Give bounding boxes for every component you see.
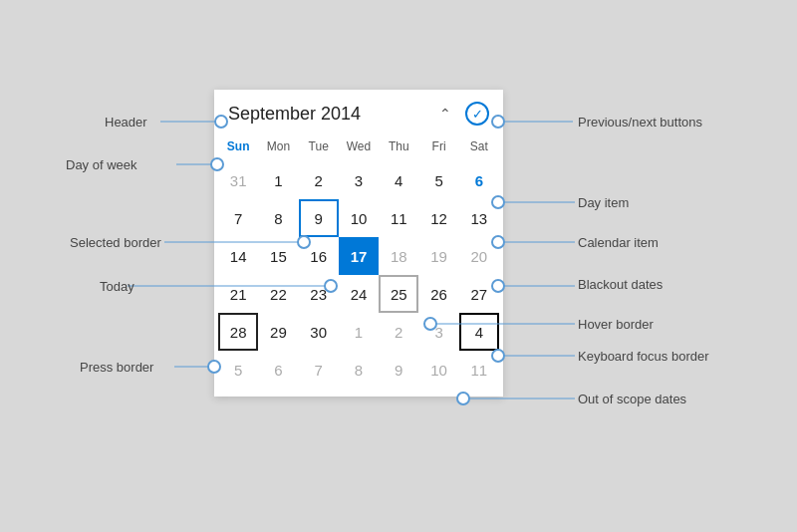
day-2-sep[interactable]: 2 (299, 161, 339, 199)
day-13-sep[interactable]: 13 (459, 199, 499, 237)
day-7-sep[interactable]: 7 (218, 199, 258, 237)
page-wrapper: September 2014 ⌃ ✓ Sun Mon Tue Wed Thu F… (0, 0, 797, 532)
day-21-sep[interactable]: 21 (218, 275, 258, 313)
day-19-sep: 19 (418, 237, 458, 275)
calendar-grid: 31 1 2 3 4 5 6 7 8 9 10 11 12 13 14 15 1… (214, 159, 503, 397)
calendar-container: September 2014 ⌃ ✓ Sun Mon Tue Wed Thu F… (214, 90, 503, 397)
annotation-selected-border: Selected border (70, 235, 161, 250)
day-10-sep[interactable]: 10 (339, 199, 379, 237)
dow-fri: Fri (418, 135, 458, 157)
day-17-sep[interactable]: 17 (339, 237, 379, 275)
annotation-day-item: Day item (578, 195, 629, 210)
day-20-sep: 20 (459, 237, 499, 275)
day-6-sep[interactable]: 6 (459, 161, 499, 199)
annotation-keyboard-focus: Keyboard focus border (578, 349, 709, 364)
calendar-header: September 2014 ⌃ ✓ (214, 90, 503, 133)
day-1-sep[interactable]: 1 (258, 161, 298, 199)
day-11-sep[interactable]: 11 (379, 199, 418, 237)
annotation-out-of-scope: Out of scope dates (578, 392, 686, 406)
annotation-prev-next: Previous/next buttons (578, 115, 702, 130)
day-8-oct[interactable]: 8 (339, 351, 379, 389)
day-18-sep: 18 (379, 237, 418, 275)
day-29-sep[interactable]: 29 (258, 313, 298, 351)
day-5-oct[interactable]: 5 (218, 351, 258, 389)
day-28-sep[interactable]: 28 (218, 313, 258, 351)
day-6-oct[interactable]: 6 (258, 351, 298, 389)
day-9-oct[interactable]: 9 (379, 351, 418, 389)
annotation-header: Header (105, 115, 147, 130)
annotation-blackout: Blackout dates (578, 277, 663, 292)
day-27-sep[interactable]: 27 (459, 275, 499, 313)
annotation-day-of-week: Day of week (66, 157, 137, 172)
day-31-prev[interactable]: 31 (218, 161, 258, 199)
annotation-hover-border: Hover border (578, 317, 654, 332)
dow-tue: Tue (299, 135, 339, 157)
dow-sun: Sun (218, 135, 258, 157)
next-button[interactable]: ✓ (465, 102, 489, 126)
dow-wed: Wed (339, 135, 379, 157)
day-8-sep[interactable]: 8 (258, 199, 298, 237)
day-7-oct[interactable]: 7 (299, 351, 339, 389)
day-16-sep[interactable]: 16 (299, 237, 339, 275)
day-11-oct[interactable]: 11 (459, 351, 499, 389)
day-24-sep[interactable]: 24 (339, 275, 379, 313)
day-3-oct[interactable]: 3 (418, 313, 458, 351)
day-12-sep[interactable]: 12 (418, 199, 458, 237)
day-4-oct[interactable]: 4 (459, 313, 499, 351)
annotation-today: Today (100, 279, 134, 294)
day-9-sep[interactable]: 9 (299, 199, 339, 237)
calendar-header-buttons: ⌃ ✓ (433, 102, 489, 126)
day-3-sep[interactable]: 3 (339, 161, 379, 199)
day-1-oct[interactable]: 1 (339, 313, 379, 351)
day-30-sep[interactable]: 30 (299, 313, 339, 351)
day-of-week-row: Sun Mon Tue Wed Thu Fri Sat (214, 133, 503, 159)
previous-button[interactable]: ⌃ (433, 102, 457, 126)
annotation-press-border: Press border (80, 360, 153, 375)
annotation-calendar-item: Calendar item (578, 235, 659, 250)
day-23-sep[interactable]: 23 (299, 275, 339, 313)
day-22-sep[interactable]: 22 (258, 275, 298, 313)
dow-mon: Mon (258, 135, 298, 157)
day-25-sep[interactable]: 25 (379, 275, 418, 313)
day-10-oct[interactable]: 10 (418, 351, 458, 389)
day-5-sep[interactable]: 5 (418, 161, 458, 199)
day-2-oct[interactable]: 2 (379, 313, 418, 351)
day-15-sep[interactable]: 15 (258, 237, 298, 275)
dow-sat: Sat (459, 135, 499, 157)
calendar-title: September 2014 (228, 104, 361, 125)
dow-thu: Thu (379, 135, 418, 157)
day-4-sep[interactable]: 4 (379, 161, 418, 199)
day-26-sep[interactable]: 26 (418, 275, 458, 313)
day-14-sep[interactable]: 14 (218, 237, 258, 275)
